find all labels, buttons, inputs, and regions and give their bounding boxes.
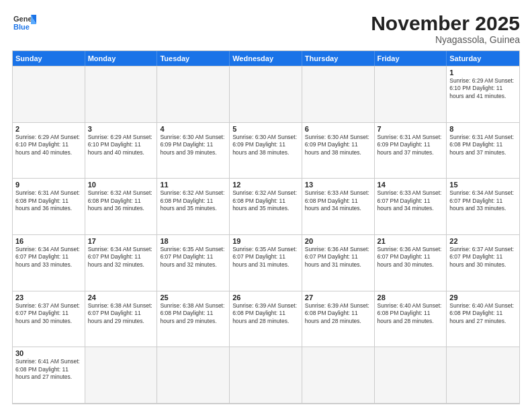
calendar-day-5: 5Sunrise: 6:30 AM Sunset: 6:09 PM Daylig… (230, 123, 302, 179)
day-info: Sunrise: 6:32 AM Sunset: 6:08 PM Dayligh… (88, 189, 154, 212)
calendar-day-19: 19Sunrise: 6:35 AM Sunset: 6:07 PM Dayli… (230, 235, 302, 291)
calendar-day-7: 7Sunrise: 6:31 AM Sunset: 6:09 PM Daylig… (375, 123, 447, 179)
day-number: 24 (88, 293, 154, 302)
day-info: Sunrise: 6:39 AM Sunset: 6:08 PM Dayligh… (232, 302, 299, 325)
calendar-empty (375, 66, 447, 123)
day-number: 9 (15, 181, 82, 189)
calendar-day-16: 16Sunrise: 6:34 AM Sunset: 6:07 PM Dayli… (13, 235, 85, 291)
day-number: 14 (378, 181, 444, 189)
calendar-empty (85, 347, 158, 404)
calendar-day-28: 28Sunrise: 6:40 AM Sunset: 6:08 PM Dayli… (375, 291, 447, 348)
calendar-empty (302, 66, 375, 123)
month-title: November 2025 (371, 12, 520, 34)
calendar-empty (157, 66, 230, 123)
day-number: 28 (378, 293, 444, 302)
calendar-grid: 1Sunrise: 6:29 AM Sunset: 6:10 PM Daylig… (13, 66, 519, 404)
day-header-sunday: Sunday (13, 51, 85, 66)
day-number: 30 (15, 349, 82, 357)
calendar-day-17: 17Sunrise: 6:34 AM Sunset: 6:07 PM Dayli… (85, 235, 158, 291)
logo-icon: General Blue (12, 12, 36, 36)
day-number: 4 (160, 125, 226, 133)
calendar-day-24: 24Sunrise: 6:38 AM Sunset: 6:07 PM Dayli… (85, 291, 158, 348)
calendar-day-11: 11Sunrise: 6:32 AM Sunset: 6:08 PM Dayli… (157, 179, 230, 235)
day-info: Sunrise: 6:29 AM Sunset: 6:10 PM Dayligh… (15, 134, 82, 156)
day-info: Sunrise: 6:34 AM Sunset: 6:07 PM Dayligh… (15, 246, 82, 269)
day-number: 23 (15, 293, 82, 302)
calendar-day-25: 25Sunrise: 6:38 AM Sunset: 6:08 PM Dayli… (157, 291, 230, 348)
day-number: 2 (15, 125, 82, 133)
calendar-day-15: 15Sunrise: 6:34 AM Sunset: 6:07 PM Dayli… (447, 179, 519, 235)
day-info: Sunrise: 6:32 AM Sunset: 6:08 PM Dayligh… (160, 189, 226, 212)
calendar: SundayMondayTuesdayWednesdayThursdayFrid… (12, 50, 520, 404)
calendar-day-23: 23Sunrise: 6:37 AM Sunset: 6:07 PM Dayli… (13, 291, 85, 348)
calendar-empty (230, 347, 302, 404)
day-info: Sunrise: 6:31 AM Sunset: 6:08 PM Dayligh… (449, 134, 517, 156)
day-number: 15 (449, 181, 517, 189)
calendar-day-12: 12Sunrise: 6:32 AM Sunset: 6:08 PM Dayli… (230, 179, 302, 235)
calendar-day-3: 3Sunrise: 6:29 AM Sunset: 6:10 PM Daylig… (85, 123, 158, 179)
day-number: 7 (378, 125, 444, 133)
calendar-day-30: 30Sunrise: 6:41 AM Sunset: 6:08 PM Dayli… (13, 347, 85, 404)
day-info: Sunrise: 6:40 AM Sunset: 6:08 PM Dayligh… (378, 302, 444, 325)
day-number: 1 (449, 68, 517, 77)
logo: General Blue (12, 12, 36, 36)
calendar-empty (85, 66, 158, 123)
day-number: 17 (88, 237, 154, 245)
day-info: Sunrise: 6:37 AM Sunset: 6:07 PM Dayligh… (15, 302, 82, 325)
day-info: Sunrise: 6:32 AM Sunset: 6:08 PM Dayligh… (232, 189, 299, 212)
day-info: Sunrise: 6:31 AM Sunset: 6:08 PM Dayligh… (15, 189, 82, 212)
day-number: 27 (305, 293, 371, 302)
day-info: Sunrise: 6:30 AM Sunset: 6:09 PM Dayligh… (160, 134, 226, 156)
day-number: 10 (88, 181, 154, 189)
day-header-thursday: Thursday (302, 51, 375, 66)
calendar-day-20: 20Sunrise: 6:36 AM Sunset: 6:07 PM Dayli… (302, 235, 375, 291)
day-number: 13 (305, 181, 371, 189)
day-info: Sunrise: 6:30 AM Sunset: 6:09 PM Dayligh… (232, 134, 299, 156)
day-header-wednesday: Wednesday (230, 51, 302, 66)
day-info: Sunrise: 6:36 AM Sunset: 6:07 PM Dayligh… (305, 246, 371, 269)
day-number: 22 (449, 237, 517, 245)
day-info: Sunrise: 6:37 AM Sunset: 6:07 PM Dayligh… (449, 246, 517, 269)
day-info: Sunrise: 6:34 AM Sunset: 6:07 PM Dayligh… (449, 189, 517, 212)
day-number: 11 (160, 181, 226, 189)
location: Nyagassola, Guinea (371, 34, 520, 45)
day-number: 5 (232, 125, 299, 133)
calendar-day-22: 22Sunrise: 6:37 AM Sunset: 6:07 PM Dayli… (447, 235, 519, 291)
day-header-saturday: Saturday (447, 51, 519, 66)
day-number: 29 (449, 293, 517, 302)
calendar-empty (157, 347, 230, 404)
calendar-day-27: 27Sunrise: 6:39 AM Sunset: 6:08 PM Dayli… (302, 291, 375, 348)
day-number: 25 (160, 293, 226, 302)
calendar-day-21: 21Sunrise: 6:36 AM Sunset: 6:07 PM Dayli… (375, 235, 447, 291)
day-number: 12 (232, 181, 299, 189)
calendar-empty (13, 66, 85, 123)
calendar-day-13: 13Sunrise: 6:33 AM Sunset: 6:08 PM Dayli… (302, 179, 375, 235)
header: General Blue November 2025 Nyagassola, G… (12, 12, 520, 45)
day-info: Sunrise: 6:38 AM Sunset: 6:08 PM Dayligh… (160, 302, 226, 325)
day-info: Sunrise: 6:38 AM Sunset: 6:07 PM Dayligh… (88, 302, 154, 325)
day-info: Sunrise: 6:33 AM Sunset: 6:08 PM Dayligh… (305, 189, 371, 212)
calendar-day-1: 1Sunrise: 6:29 AM Sunset: 6:10 PM Daylig… (447, 66, 519, 123)
calendar-day-14: 14Sunrise: 6:33 AM Sunset: 6:07 PM Dayli… (375, 179, 447, 235)
day-number: 16 (15, 237, 82, 245)
calendar-day-10: 10Sunrise: 6:32 AM Sunset: 6:08 PM Dayli… (85, 179, 158, 235)
day-info: Sunrise: 6:36 AM Sunset: 6:07 PM Dayligh… (378, 246, 444, 269)
day-number: 19 (232, 237, 299, 245)
calendar-day-8: 8Sunrise: 6:31 AM Sunset: 6:08 PM Daylig… (447, 123, 519, 179)
svg-text:Blue: Blue (13, 23, 30, 31)
day-number: 20 (305, 237, 371, 245)
day-info: Sunrise: 6:39 AM Sunset: 6:08 PM Dayligh… (305, 302, 371, 325)
day-headers: SundayMondayTuesdayWednesdayThursdayFrid… (13, 51, 519, 66)
day-header-tuesday: Tuesday (157, 51, 230, 66)
day-info: Sunrise: 6:34 AM Sunset: 6:07 PM Dayligh… (88, 246, 154, 269)
day-info: Sunrise: 6:41 AM Sunset: 6:08 PM Dayligh… (15, 358, 82, 381)
day-info: Sunrise: 6:31 AM Sunset: 6:09 PM Dayligh… (378, 134, 444, 156)
day-number: 21 (378, 237, 444, 245)
title-block: November 2025 Nyagassola, Guinea (371, 12, 520, 45)
calendar-day-26: 26Sunrise: 6:39 AM Sunset: 6:08 PM Dayli… (230, 291, 302, 348)
calendar-day-9: 9Sunrise: 6:31 AM Sunset: 6:08 PM Daylig… (13, 179, 85, 235)
day-number: 3 (88, 125, 154, 133)
calendar-empty (447, 347, 519, 404)
calendar-day-18: 18Sunrise: 6:35 AM Sunset: 6:07 PM Dayli… (157, 235, 230, 291)
day-header-monday: Monday (85, 51, 158, 66)
